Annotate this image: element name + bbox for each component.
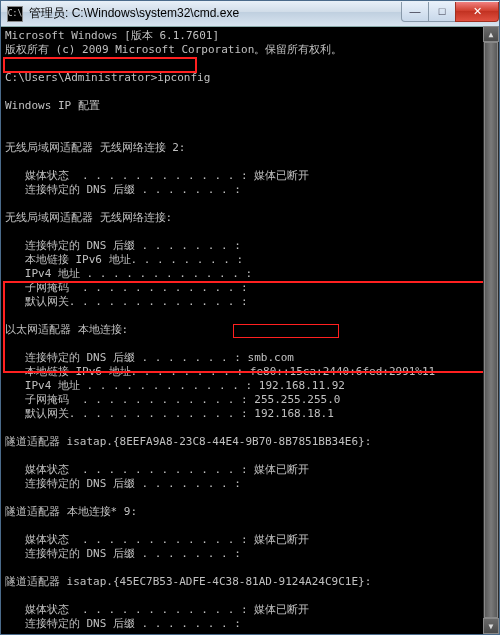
close-button[interactable]: ✕ xyxy=(455,2,499,22)
console-line: 媒体状态 . . . . . . . . . . . . : 媒体已断开 xyxy=(5,533,309,546)
scroll-up-button[interactable]: ▲ xyxy=(483,26,499,42)
console-line: 连接特定的 DNS 后缀 . . . . . . . : smb.com xyxy=(5,351,294,364)
maximize-button[interactable]: □ xyxy=(428,2,456,22)
console-line: Microsoft Windows [版本 6.1.7601] xyxy=(5,29,219,42)
console-line: 默认网关. . . . . . . . . . . . . : 192.168.… xyxy=(5,407,334,420)
adapter-header: 隧道适配器 isatap.{45EC7B53-ADFE-4C38-81AD-91… xyxy=(5,575,371,588)
console-line: 连接特定的 DNS 后缀 . . . . . . . : xyxy=(5,183,241,196)
console-line: 媒体状态 . . . . . . . . . . . . : 媒体已断开 xyxy=(5,603,309,616)
adapter-header: 以太网适配器 本地连接: xyxy=(5,323,128,336)
prompt-command: C:\Users\Administrator>ipconfig xyxy=(5,71,210,84)
cmd-window: C:\ 管理员: C:\Windows\system32\cmd.exe — □… xyxy=(0,0,500,635)
console-line: Windows IP 配置 xyxy=(5,99,100,112)
console-line: 连接特定的 DNS 后缀 . . . . . . . : xyxy=(5,477,241,490)
console-line: 子网掩码 . . . . . . . . . . . . : xyxy=(5,281,248,294)
scroll-down-button[interactable]: ▼ xyxy=(483,618,499,634)
cmd-icon: C:\ xyxy=(7,6,23,22)
ipv4-address-line: IPv4 地址 . . . . . . . . . . . . : 192.16… xyxy=(5,379,345,392)
console-line: 本地链接 IPv6 地址. . . . . . . . : fe80::15ca… xyxy=(5,365,435,378)
window-title: 管理员: C:\Windows\system32\cmd.exe xyxy=(29,5,402,22)
console-line: 媒体状态 . . . . . . . . . . . . : 媒体已断开 xyxy=(5,463,309,476)
scroll-thumb[interactable] xyxy=(484,42,498,618)
adapter-header: 无线局域网适配器 无线网络连接 2: xyxy=(5,141,186,154)
adapter-header: 隧道适配器 本地连接* 9: xyxy=(5,505,137,518)
console-line: 子网掩码 . . . . . . . . . . . . : 255.255.2… xyxy=(5,393,340,406)
vertical-scrollbar[interactable]: ▲ ▼ xyxy=(483,26,499,634)
minimize-button[interactable]: — xyxy=(401,2,429,22)
console-line: 媒体状态 . . . . . . . . . . . . : 媒体已断开 xyxy=(5,169,309,182)
adapter-header: 隧道适配器 isatap.{8EEFA9A8-23C8-44E4-9B70-8B… xyxy=(5,435,371,448)
console-line: 连接特定的 DNS 后缀 . . . . . . . : xyxy=(5,239,241,252)
console-line: 版权所有 (c) 2009 Microsoft Corporation。保留所有… xyxy=(5,43,342,56)
titlebar[interactable]: C:\ 管理员: C:\Windows\system32\cmd.exe — □… xyxy=(1,1,499,27)
highlight-ipv4-value xyxy=(233,324,339,338)
console-line: 连接特定的 DNS 后缀 . . . . . . . : xyxy=(5,617,241,630)
console-line: 本地链接 IPv6 地址. . . . . . . . : xyxy=(5,253,243,266)
console-line: 默认网关. . . . . . . . . . . . . : xyxy=(5,295,248,308)
console-line: 连接特定的 DNS 后缀 . . . . . . . : xyxy=(5,547,241,560)
window-buttons: — □ ✕ xyxy=(402,2,499,22)
console-line: IPv4 地址 . . . . . . . . . . . . : xyxy=(5,267,252,280)
console-output[interactable]: Microsoft Windows [版本 6.1.7601] 版权所有 (c)… xyxy=(1,27,499,634)
adapter-header: 无线局域网适配器 无线网络连接: xyxy=(5,211,172,224)
scroll-track[interactable] xyxy=(483,42,499,618)
